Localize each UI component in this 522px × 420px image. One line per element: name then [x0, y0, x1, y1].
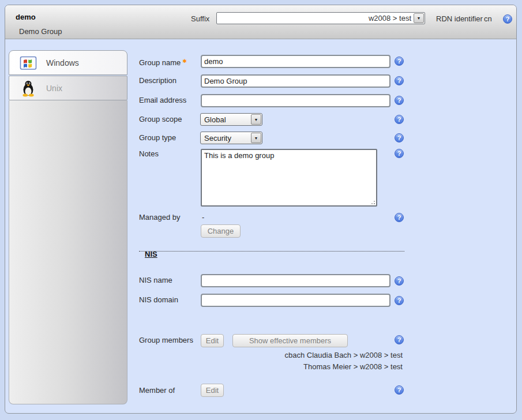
- nis-name-input[interactable]: [201, 274, 390, 287]
- group-members-label: Group members: [139, 334, 199, 347]
- notes-textarea[interactable]: This is a demo group: [201, 149, 377, 207]
- help-icon[interactable]: ?: [395, 149, 404, 158]
- group-type-select[interactable]: Security ▼: [200, 132, 262, 144]
- page-title: demo: [16, 13, 36, 21]
- group-member-item: Thomas Meier > w2008 > test: [303, 362, 403, 371]
- email-address-input[interactable]: [201, 94, 390, 107]
- help-icon[interactable]: ?: [395, 213, 404, 222]
- group-scope-label: Group scope: [139, 113, 199, 126]
- group-type-label: Group type: [139, 132, 199, 144]
- nis-name-label: NIS name: [139, 274, 199, 287]
- rdn-identifier-label: RDN identifier: [436, 14, 483, 23]
- help-icon[interactable]: ?: [395, 76, 404, 85]
- resize-handle[interactable]: [374, 203, 375, 204]
- nis-section-divider: [139, 251, 404, 252]
- help-icon[interactable]: ?: [395, 296, 404, 305]
- chevron-down-glyph: ▼: [254, 118, 258, 122]
- rdn-identifier-value: cn: [484, 14, 492, 23]
- sidebar-panel: [9, 100, 127, 404]
- help-icon[interactable]: ?: [395, 96, 404, 105]
- tab-windows[interactable]: Windows: [9, 50, 127, 75]
- suffix-select-value: w2008 > test: [217, 14, 413, 22]
- member-of-label: Member of: [139, 384, 199, 397]
- description-label: Description: [139, 74, 199, 87]
- help-icon[interactable]: ?: [395, 115, 404, 124]
- notes-textarea-wrap: This is a demo group: [201, 149, 377, 207]
- group-members-edit-button[interactable]: Edit: [201, 334, 224, 347]
- nis-domain-input[interactable]: [201, 294, 390, 307]
- help-icon[interactable]: ?: [395, 57, 404, 66]
- suffix-label: Suffix: [191, 14, 209, 23]
- help-icon[interactable]: ?: [395, 335, 404, 344]
- tab-unix-label: Unix: [46, 84, 62, 93]
- chevron-down-glyph: ▼: [254, 136, 258, 140]
- windows-logo-icon: [20, 54, 37, 72]
- member-of-edit-button[interactable]: Edit: [201, 384, 224, 397]
- chevron-down-icon[interactable]: ▼: [414, 13, 424, 23]
- group-type-value: Security: [201, 134, 250, 142]
- nis-section-title: NIS: [145, 250, 157, 258]
- group-edit-window: demo Demo Group Suffix w2008 > test ▼ RD…: [5, 5, 517, 414]
- group-name-label: Group name✱: [139, 55, 199, 69]
- managed-by-value: -: [202, 213, 204, 222]
- group-scope-value: Global: [201, 115, 250, 124]
- email-address-label: Email address: [139, 94, 199, 107]
- nis-domain-label: NIS domain: [139, 294, 199, 306]
- chevron-down-icon[interactable]: ▼: [251, 133, 261, 143]
- suffix-select[interactable]: w2008 > test ▼: [216, 12, 425, 24]
- header-bar: demo Demo Group Suffix w2008 > test ▼ RD…: [5, 5, 516, 39]
- help-icon[interactable]: ?: [395, 276, 404, 286]
- chevron-down-glyph: ▼: [417, 16, 421, 20]
- change-button[interactable]: Change: [201, 224, 241, 238]
- group-name-label-text: Group name: [139, 58, 181, 67]
- description-input[interactable]: [201, 74, 390, 88]
- chevron-down-icon[interactable]: ▼: [251, 114, 261, 125]
- tux-icon: [20, 80, 37, 97]
- group-name-input[interactable]: [201, 55, 390, 68]
- tab-windows-label: Windows: [46, 58, 79, 68]
- group-member-item: cbach Claudia Bach > w2008 > test: [284, 351, 403, 359]
- show-effective-members-button[interactable]: Show effective members: [232, 334, 348, 347]
- notes-label: Notes: [139, 149, 199, 159]
- page-subtitle: Demo Group: [19, 27, 62, 36]
- managed-by-label: Managed by: [139, 213, 199, 222]
- required-icon: ✱: [182, 58, 187, 64]
- help-icon[interactable]: ?: [395, 133, 404, 142]
- group-scope-select[interactable]: Global ▼: [200, 113, 262, 126]
- help-icon[interactable]: ?: [395, 385, 404, 395]
- help-icon[interactable]: ?: [503, 14, 512, 24]
- tab-unix[interactable]: Unix: [9, 76, 127, 100]
